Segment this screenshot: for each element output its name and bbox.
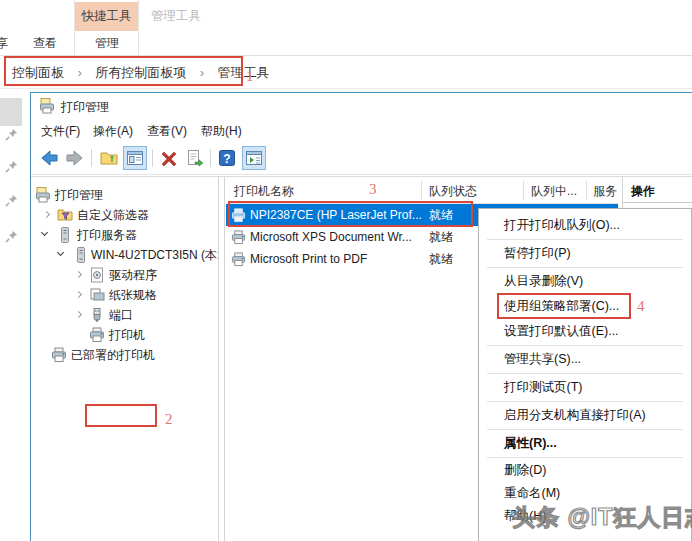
window-titlebar[interactable]: 打印管理 (31, 93, 692, 119)
export-list-icon (186, 149, 204, 167)
tree-item-ports[interactable]: 端口 (31, 305, 218, 325)
back-icon (39, 148, 59, 168)
menu-item-set-printing-defaults[interactable]: 设置打印默认值(E)... (479, 319, 691, 344)
menu-item-print-test-page[interactable]: 打印测试页(T) (479, 375, 691, 400)
print-management-icon (39, 98, 55, 114)
tree-item-print-management[interactable]: 打印管理 (31, 185, 218, 205)
menu-separator (487, 429, 683, 430)
status-ready: 就绪 (429, 204, 453, 226)
menu-item-deploy-with-group-policy[interactable]: 使用组策略部署(C)... (479, 294, 691, 319)
breadcrumb: 控制面板 › 所有控制面板项 › 管理工具 (8, 64, 274, 82)
menu-view[interactable]: 查看(V) (141, 122, 193, 140)
chevron-down-icon[interactable] (41, 229, 48, 236)
action-pane-icon (245, 149, 263, 167)
open-folder-button[interactable] (97, 146, 121, 170)
menu-separator (487, 401, 683, 402)
printer-icon (51, 347, 67, 363)
contextual-tab-admin-tools[interactable]: 管理工具 (146, 4, 206, 28)
chevron-right-icon[interactable] (75, 271, 82, 278)
actions-pane-title: 操作 (631, 183, 655, 200)
help-button[interactable] (215, 146, 239, 170)
explorer-ribbon: 快捷工具 管理工具 享 查看 管理 (0, 0, 692, 56)
watermark: 头条 @IT狂人日志 (512, 502, 692, 533)
address-bar[interactable]: 控制面板 › 所有控制面板项 › 管理工具 (0, 56, 692, 89)
breadcrumb-separator-icon: › (72, 64, 88, 82)
menu-item-properties[interactable]: 属性(R)... (479, 431, 691, 456)
tree-item-server-win[interactable]: WIN-4U2TDCT3I5N (本地) (31, 245, 218, 265)
open-folder-icon (100, 149, 118, 167)
tree-item-print-servers[interactable]: 打印服务器 (31, 225, 218, 245)
export-list-button[interactable] (183, 146, 207, 170)
nav-pane-fragment (0, 98, 22, 126)
forward-button[interactable] (63, 146, 87, 170)
column-queue-status[interactable]: 队列状态 (429, 183, 477, 200)
menubar: 文件(F) 操作(A) 查看(V) 帮助(H) (31, 119, 692, 141)
menu-file[interactable]: 文件(F) (35, 122, 86, 140)
annotation-number-4: 4 (637, 298, 645, 315)
menu-item-manage-sharing[interactable]: 管理共享(S)... (479, 347, 691, 372)
column-server[interactable]: 服务 (593, 183, 617, 200)
contextual-tab-shortcut-tools[interactable]: 快捷工具 (75, 2, 138, 31)
breadcrumb-all-items[interactable]: 所有控制面板项 (91, 64, 190, 82)
help-icon (218, 149, 236, 167)
back-button[interactable] (37, 146, 61, 170)
column-jobs-in-queue[interactable]: 队列中... (531, 183, 577, 200)
menu-separator (487, 457, 683, 458)
server-icon (57, 227, 73, 243)
delete-x-icon (160, 149, 178, 167)
tree-item-drivers[interactable]: 驱动程序 (31, 265, 218, 285)
delete-button[interactable] (157, 146, 181, 170)
show-console-tree-button[interactable] (123, 146, 147, 170)
driver-icon (89, 267, 105, 283)
ribbon-tab-manage[interactable]: 管理 (90, 32, 124, 55)
menu-action[interactable]: 操作(A) (87, 122, 139, 140)
server-icon (73, 247, 89, 263)
show-action-pane-button[interactable] (242, 146, 266, 170)
forms-icon (89, 287, 105, 303)
toolbar (31, 141, 692, 175)
print-management-window: 打印管理 文件(F) 操作(A) 查看(V) 帮助(H) (30, 92, 692, 541)
pane-splitter[interactable] (220, 177, 225, 541)
list-header: 打印机名称 队列状态 队列中... 服务 (226, 177, 618, 204)
printer-icon (231, 208, 246, 223)
menu-separator (487, 239, 683, 240)
pin-icon (4, 159, 19, 174)
console-tree-icon (126, 149, 144, 167)
console-tree-pane: 打印管理 自定义筛选器 打印服务器 WIN-4U2TDCT3I5N (本地) (31, 177, 219, 541)
tree-item-deployed-printers[interactable]: 已部署的打印机 (31, 345, 218, 365)
annotation-number-1: 1 (246, 68, 254, 85)
column-printer-name[interactable]: 打印机名称 (234, 183, 294, 200)
menu-item-pause-printing[interactable]: 暂停打印(P) (479, 241, 691, 266)
breadcrumb-control-panel[interactable]: 控制面板 (8, 64, 68, 82)
pin-icon (4, 229, 19, 244)
menu-item-open-printer-queue[interactable]: 打开打印机队列(O)... (479, 213, 691, 238)
filter-folder-icon (57, 207, 73, 223)
breadcrumb-admin-tools[interactable]: 管理工具 (214, 64, 274, 82)
window-title: 打印管理 (61, 99, 109, 116)
ribbon-tab-view[interactable]: 查看 (28, 32, 62, 55)
chevron-right-icon[interactable] (43, 211, 50, 218)
menu-separator (487, 373, 683, 374)
chevron-down-icon[interactable] (57, 249, 64, 256)
printer-icon (231, 230, 246, 245)
chevron-right-icon[interactable] (75, 291, 82, 298)
printer-icon (89, 327, 105, 343)
pin-icon (4, 127, 19, 142)
usb-port-icon (89, 307, 105, 323)
menu-item-enable-branch-office-printing[interactable]: 启用分支机构直接打印(A) (479, 403, 691, 428)
menu-separator (487, 345, 683, 346)
annotation-number-3: 3 (369, 181, 377, 198)
breadcrumb-separator-icon: › (194, 64, 210, 82)
print-management-icon (35, 187, 51, 203)
menu-help[interactable]: 帮助(H) (195, 122, 248, 140)
menu-item-delete[interactable]: 删除(D) (479, 459, 691, 482)
tree-item-printers[interactable]: 打印机 (31, 325, 218, 345)
menu-item-remove-from-directory[interactable]: 从目录删除(V) (479, 269, 691, 294)
printer-context-menu: 打开打印机队列(O)... 暂停打印(P) 从目录删除(V) 使用组策略部署(C… (478, 208, 692, 541)
screenshot-root: 快捷工具 管理工具 享 查看 管理 控制面板 › 所有控制面板项 › 管理工具 … (0, 0, 692, 541)
tree-item-custom-filters[interactable]: 自定义筛选器 (31, 205, 218, 225)
ribbon-tab-share-partial[interactable]: 享 (0, 32, 13, 55)
chevron-right-icon[interactable] (75, 311, 82, 318)
tree-item-forms[interactable]: 纸张规格 (31, 285, 218, 305)
printer-icon (231, 252, 246, 267)
